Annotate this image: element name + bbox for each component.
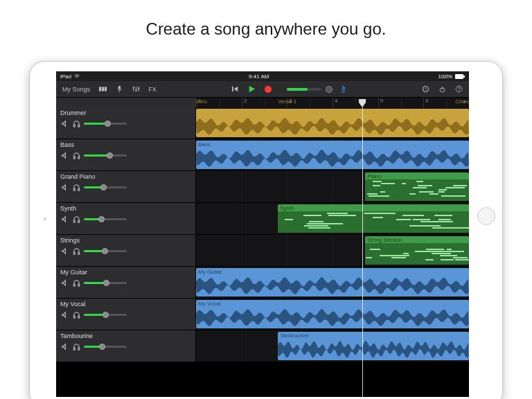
track-header[interactable]: Strings (56, 235, 196, 266)
region-label: String Section (367, 237, 402, 243)
timeline-ruler[interactable]: + 1234567IntroVerse 1Chorus (56, 98, 469, 107)
playhead-line[interactable] (362, 107, 363, 397)
track-header[interactable]: Bass (56, 139, 196, 170)
track-volume-slider[interactable] (84, 282, 127, 284)
master-volume-slider[interactable] (287, 88, 321, 91)
headphones-icon[interactable] (72, 183, 80, 191)
svg-rect-50 (78, 348, 79, 350)
section-marker[interactable]: Verse 1 (278, 98, 296, 105)
mute-icon[interactable] (60, 247, 69, 255)
track-header[interactable]: Grand Piano (56, 171, 196, 202)
track-lane: Grand Piano Piano (56, 171, 469, 203)
svg-rect-30 (73, 220, 75, 222)
device-camera (44, 218, 46, 220)
settings-button[interactable] (436, 83, 448, 96)
region[interactable] (196, 109, 469, 137)
svg-rect-12 (73, 125, 75, 127)
region[interactable]: Piano (365, 172, 469, 201)
headphones-icon[interactable] (72, 151, 80, 159)
ipad-frame: iPad 9:41 AM 100% My Songs FX (29, 61, 503, 399)
toolbar: My Songs FX (56, 81, 469, 98)
region[interactable]: Synth (278, 204, 469, 233)
region[interactable]: My Vocal (196, 300, 469, 328)
section-marker[interactable]: Chorus (455, 98, 469, 105)
region[interactable]: Tambourine (278, 332, 469, 360)
rewind-button[interactable] (229, 83, 241, 96)
track-volume-slider[interactable] (84, 218, 127, 220)
track-strip[interactable]: My Vocal (196, 299, 469, 330)
mic-button[interactable] (113, 83, 125, 96)
track-header[interactable]: Tambourine (56, 330, 196, 362)
mute-icon[interactable] (60, 215, 69, 223)
track-strip[interactable]: Bass (196, 139, 469, 170)
track-strip[interactable] (196, 107, 469, 139)
mute-icon[interactable] (60, 119, 69, 127)
my-songs-button[interactable]: My Songs (60, 83, 92, 96)
fx-button[interactable]: FX (146, 83, 159, 96)
track-header[interactable]: My Guitar (56, 267, 196, 298)
region[interactable]: Bass (196, 141, 469, 169)
track-strip[interactable]: Tambourine (196, 330, 469, 362)
track-header[interactable]: Drummer (56, 107, 196, 139)
track-volume-slider[interactable] (84, 314, 127, 316)
track-name: My Guitar (60, 269, 87, 276)
track-name: Strings (60, 237, 80, 244)
bar-tick: 4 (332, 98, 337, 107)
record-button[interactable] (262, 83, 274, 96)
track-volume-slider[interactable] (84, 154, 127, 157)
headphones-icon[interactable] (72, 278, 80, 287)
svg-rect-1 (463, 76, 465, 78)
home-button[interactable] (477, 207, 495, 225)
track-name: Drummer (60, 109, 87, 116)
help-button[interactable] (452, 83, 465, 96)
track-controls-button[interactable] (130, 83, 142, 96)
region-label: My Guitar (198, 269, 222, 275)
tracks-view-button[interactable] (96, 83, 109, 96)
headphones-icon[interactable] (72, 215, 80, 223)
tagline: Create a song anywhere you go. (0, 0, 532, 54)
mute-icon[interactable] (60, 151, 69, 159)
svg-rect-38 (73, 284, 75, 286)
region-label: Bass (198, 141, 211, 148)
mute-icon[interactable] (60, 278, 69, 287)
mute-icon[interactable] (60, 342, 69, 351)
svg-rect-13 (78, 125, 79, 127)
track-strip[interactable]: Piano (196, 171, 469, 202)
wifi-icon (74, 73, 80, 79)
svg-rect-5 (118, 86, 120, 90)
section-marker[interactable]: Intro (196, 98, 207, 105)
track-volume-slider[interactable] (84, 346, 127, 348)
track-volume-slider[interactable] (84, 186, 127, 188)
track-strip[interactable]: Synth (196, 203, 469, 234)
svg-rect-31 (78, 220, 79, 222)
track-volume-slider[interactable] (84, 123, 127, 125)
track-name: Tambourine (60, 332, 93, 339)
headphones-icon[interactable] (72, 119, 80, 127)
track-strip[interactable]: String Section (196, 235, 469, 266)
headphones-icon[interactable] (72, 247, 80, 255)
track-header[interactable]: Synth (56, 203, 196, 234)
region-label: Tambourine (280, 332, 309, 339)
track-name: My Vocal (60, 301, 86, 308)
loop-browser-button[interactable] (419, 83, 432, 96)
mute-icon[interactable] (60, 183, 69, 191)
play-button[interactable] (245, 83, 258, 96)
svg-rect-3 (101, 87, 103, 91)
track-lane: Synth Synth (56, 203, 469, 235)
svg-rect-25 (73, 157, 75, 159)
track-strip[interactable]: My Guitar (196, 267, 469, 298)
headphones-icon[interactable] (72, 342, 80, 351)
mute-icon[interactable] (60, 310, 69, 319)
svg-rect-46 (78, 316, 79, 318)
playhead-icon[interactable] (359, 98, 366, 106)
track-lane: My Guitar My Guitar (56, 267, 469, 299)
headphones-icon[interactable] (72, 310, 80, 319)
tracks-area: Drummer Bass BassGrand Piano PianoSynth (56, 107, 469, 397)
battery-pct: 100% (438, 73, 452, 80)
master-knob[interactable] (326, 86, 332, 93)
metronome-button[interactable] (337, 83, 349, 96)
region[interactable]: String Section (365, 236, 469, 265)
track-header[interactable]: My Vocal (56, 299, 196, 330)
region[interactable]: My Guitar (196, 268, 469, 296)
track-volume-slider[interactable] (84, 250, 127, 252)
